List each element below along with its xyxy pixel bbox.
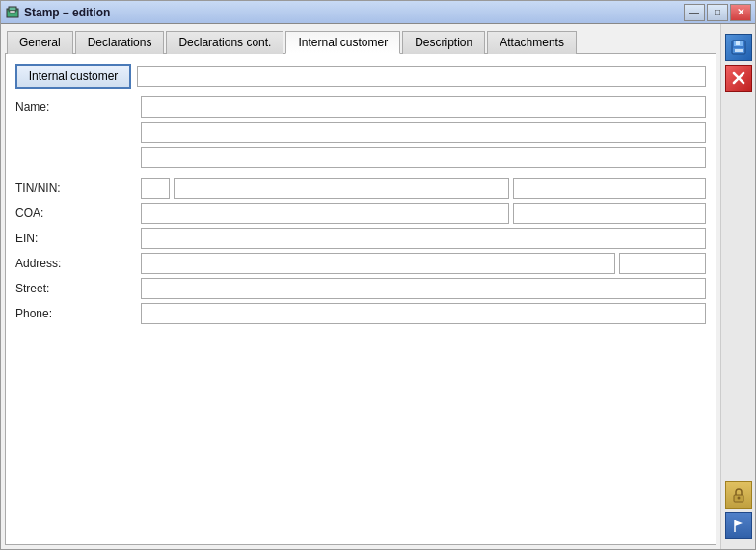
address-fields xyxy=(141,253,706,274)
window-title: Stamp – edition xyxy=(24,6,110,19)
tab-bar: General Declarations Declarations cont. … xyxy=(5,28,716,53)
address-label: Address: xyxy=(15,257,141,270)
minimize-button[interactable]: — xyxy=(684,4,705,21)
lock-button[interactable] xyxy=(725,481,752,509)
tin-prefix-input[interactable] xyxy=(141,178,170,199)
tab-content-internal-customer: Internal customer Name: xyxy=(5,53,716,545)
ein-row: EIN: xyxy=(15,228,706,249)
coa-row: COA: xyxy=(15,203,706,224)
address-main-input[interactable] xyxy=(141,253,615,274)
tab-declarations-cont[interactable]: Declarations cont. xyxy=(166,31,284,54)
delete-button[interactable] xyxy=(725,65,752,92)
internal-customer-button[interactable]: Internal customer xyxy=(15,64,131,89)
tab-attachments[interactable]: Attachments xyxy=(487,31,577,54)
close-button[interactable]: ✕ xyxy=(730,4,751,21)
window-icon xyxy=(5,5,20,20)
maximize-button[interactable]: □ xyxy=(707,4,728,21)
side-buttons-bottom xyxy=(723,481,753,545)
internal-customer-input[interactable] xyxy=(137,66,706,87)
tin-secondary-input[interactable] xyxy=(513,178,706,199)
tab-description[interactable]: Description xyxy=(402,31,485,54)
tin-nin-label: TIN/NIN: xyxy=(15,181,141,195)
title-bar-left: Stamp – edition xyxy=(5,5,110,20)
svg-rect-2 xyxy=(10,11,15,13)
side-buttons-top xyxy=(723,28,753,92)
flag-button[interactable] xyxy=(725,512,752,539)
tin-nin-fields xyxy=(141,178,706,199)
form-area: General Declarations Declarations cont. … xyxy=(1,24,720,549)
phone-input[interactable] xyxy=(141,303,706,324)
svg-rect-7 xyxy=(735,49,742,52)
main-content: General Declarations Declarations cont. … xyxy=(1,24,755,549)
name-input-3[interactable] xyxy=(141,147,706,168)
internal-customer-row: Internal customer xyxy=(15,64,706,89)
street-row: Street: xyxy=(15,278,706,299)
ein-input[interactable] xyxy=(141,228,706,249)
tab-general[interactable]: General xyxy=(7,31,73,54)
phone-label: Phone: xyxy=(15,307,141,320)
title-bar: Stamp – edition — □ ✕ xyxy=(1,1,755,24)
name-input-2[interactable] xyxy=(141,122,706,143)
save-icon xyxy=(730,39,747,56)
tab-declarations[interactable]: Declarations xyxy=(75,31,165,54)
main-window: Stamp – edition — □ ✕ General Declaratio… xyxy=(0,0,756,550)
street-label: Street: xyxy=(15,282,141,295)
coa-fields xyxy=(141,203,706,224)
tab-internal-customer[interactable]: Internal customer xyxy=(285,31,400,54)
name-row-3 xyxy=(15,147,706,168)
flag-icon xyxy=(731,518,746,534)
svg-rect-5 xyxy=(736,41,740,45)
svg-marker-13 xyxy=(735,520,742,526)
tin-main-input[interactable] xyxy=(174,178,509,199)
ein-label: EIN: xyxy=(15,232,141,245)
name-row-1: Name: xyxy=(15,96,706,118)
name-row-2 xyxy=(15,122,706,143)
coa-label: COA: xyxy=(15,206,141,220)
address-secondary-input[interactable] xyxy=(619,253,706,274)
side-panel xyxy=(720,24,755,549)
title-buttons: — □ ✕ xyxy=(684,4,751,21)
name-label: Name: xyxy=(15,100,141,114)
tin-nin-row: TIN/NIN: xyxy=(15,178,706,199)
svg-point-11 xyxy=(737,497,740,500)
coa-secondary-input[interactable] xyxy=(513,203,706,224)
coa-input[interactable] xyxy=(141,203,509,224)
street-input[interactable] xyxy=(141,278,706,299)
lock-icon xyxy=(731,487,746,503)
svg-rect-1 xyxy=(9,7,16,11)
save-button[interactable] xyxy=(725,34,752,61)
phone-row: Phone: xyxy=(15,303,706,324)
name-input-1[interactable] xyxy=(141,96,706,118)
delete-icon xyxy=(732,71,745,85)
address-row: Address: xyxy=(15,253,706,274)
